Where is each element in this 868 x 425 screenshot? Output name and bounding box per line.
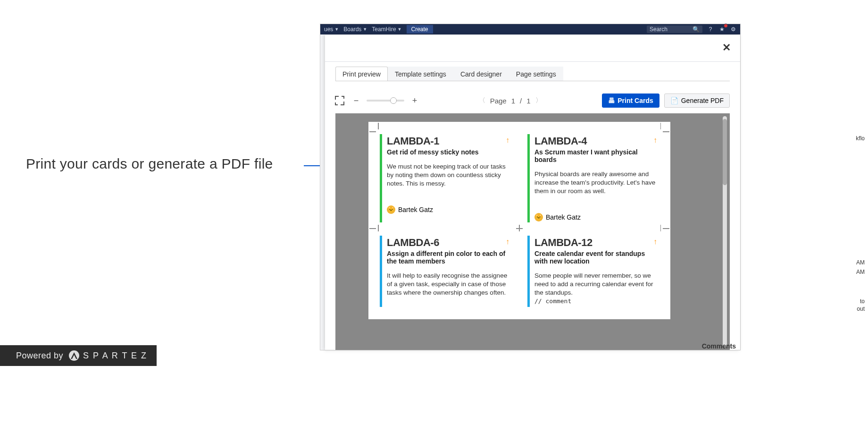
jira-topbar: ues▼ Boards▼ TeamHire▼ Create Search🔍 ? … (320, 24, 740, 34)
brand-name: S P A R T E Z (83, 351, 147, 361)
crop-mark-icon (370, 224, 380, 233)
priority-up-icon: ↑ (506, 238, 509, 246)
app-window: ues▼ Boards▼ TeamHire▼ Create Search🔍 ? … (320, 24, 741, 350)
crop-mark-icon (370, 124, 380, 133)
comments-heading: Comments (702, 342, 736, 350)
print-label: Print Cards (618, 97, 653, 104)
issue-key: LAMBDA-4 (534, 135, 659, 147)
assignee-name: Bartek Gatz (546, 213, 581, 221)
issue-card: ↑LAMBDA-12Create calendar event for stan… (527, 236, 659, 307)
assignee-name: Bartek Gatz (398, 206, 433, 213)
settings-icon[interactable]: ⚙ (730, 26, 736, 33)
scrollbar-thumb[interactable] (723, 119, 727, 185)
nav-item-teamhire[interactable]: TeamHire▼ (372, 26, 401, 33)
crop-mark-icon (515, 224, 524, 233)
crop-mark-icon (659, 224, 668, 233)
page-total: 1 (526, 97, 530, 105)
avatar-icon: 🐱 (387, 205, 395, 214)
issue-summary: Create calendar event for standups with … (534, 250, 659, 265)
page-sep: / (520, 97, 522, 105)
zoom-slider-thumb[interactable] (390, 97, 397, 104)
search-icon: 🔍 (693, 26, 700, 33)
issue-summary: Assign a different pin color to each of … (387, 250, 511, 265)
nav-label: ues (324, 26, 333, 33)
nav-label: TeamHire (372, 26, 396, 33)
print-cards-button[interactable]: 🖶 Print Cards (602, 94, 659, 108)
help-icon[interactable]: ? (707, 26, 714, 33)
assignee: 🐱Bartek Gatz (387, 205, 511, 214)
chevron-down-icon: ▼ (398, 27, 402, 32)
powered-by-footer: Powered by S P A R T E Z (0, 345, 157, 366)
issue-description: We must not be keeping track of our task… (387, 162, 511, 188)
assignee: 🐱Bartek Gatz (534, 213, 659, 221)
truncated-text: to (860, 298, 865, 305)
pager: 〈 Page 1 / 1 〉 (424, 96, 596, 105)
page-label: Page (490, 97, 507, 105)
tab-page-settings[interactable]: Page settings (509, 67, 563, 81)
issue-card: ↑LAMBDA-4As Scrum master I want physical… (527, 134, 659, 222)
create-button[interactable]: Create (407, 25, 433, 34)
nav-label: Boards (343, 26, 361, 33)
priority-up-icon: ↑ (653, 136, 657, 144)
marketing-caption: Print your cards or generate a PDF file (26, 156, 273, 172)
issue-key: LAMBDA-6 (387, 237, 511, 249)
issue-key: LAMBDA-12 (534, 237, 659, 249)
issue-summary: Get rid of messy sticky notes (387, 148, 511, 156)
issue-description: Some people will never remember, so we n… (534, 272, 659, 306)
truncated-text: AM (856, 269, 865, 275)
search-input[interactable]: Search🔍 (647, 26, 702, 33)
preview-sheet: ↑LAMBDA-1Get rid of messy sticky notesWe… (368, 122, 670, 319)
pdf-icon: 📄 (670, 97, 678, 104)
issue-card: ↑LAMBDA-6Assign a different pin color to… (380, 236, 511, 307)
code-snippet: // comment (534, 298, 571, 305)
zoom-in-button[interactable]: + (411, 96, 418, 106)
tab-template-settings[interactable]: Template settings (388, 67, 453, 81)
notification-badge (724, 24, 728, 28)
issue-description: Physical boards are really awesome and i… (534, 170, 659, 196)
tab-print-preview[interactable]: Print preview (335, 67, 388, 81)
priority-up-icon: ↑ (506, 136, 509, 144)
close-icon[interactable]: ✕ (722, 42, 731, 54)
priority-up-icon: ↑ (653, 238, 657, 246)
generate-pdf-button[interactable]: 📄 Generate PDF (664, 94, 730, 108)
chevron-down-icon: ▼ (363, 27, 367, 32)
tab-card-designer[interactable]: Card designer (453, 67, 509, 81)
avatar-icon: 🐱 (534, 213, 543, 221)
crop-mark-icon (659, 124, 668, 133)
nav-item-boards[interactable]: Boards▼ (343, 26, 367, 33)
pdf-label: Generate PDF (681, 97, 724, 104)
issue-description: It will help to easily recognise the ass… (387, 272, 511, 298)
zoom-out-button[interactable]: − (352, 96, 360, 106)
issue-key: LAMBDA-1 (387, 135, 511, 147)
printer-icon: 🖶 (608, 97, 615, 104)
notifications-icon[interactable]: ★ (718, 26, 725, 33)
nav-item-issues[interactable]: ues▼ (324, 26, 339, 33)
fullscreen-icon[interactable] (335, 96, 344, 105)
truncated-text: out (857, 306, 865, 312)
issue-card: ↑LAMBDA-1Get rid of messy sticky notesWe… (380, 134, 511, 222)
zoom-slider[interactable] (367, 100, 404, 102)
print-dialog: ✕ Print preview Template settings Card d… (325, 35, 740, 350)
dialog-tabs: Print preview Template settings Card des… (335, 67, 730, 81)
powered-by-label: Powered by (16, 351, 63, 361)
next-page-button[interactable]: 〉 (535, 96, 542, 105)
spartez-logo-icon (69, 350, 79, 361)
prev-page-button[interactable]: 〈 (479, 96, 485, 105)
truncated-text: kflo (856, 135, 865, 142)
search-placeholder: Search (650, 26, 668, 33)
truncated-text: AM (856, 259, 865, 266)
preview-area: ↑LAMBDA-1Get rid of messy sticky notesWe… (335, 113, 730, 350)
issue-summary: As Scrum master I want physical boards (534, 148, 659, 163)
chevron-down-icon: ▼ (334, 27, 339, 32)
page-current: 1 (511, 97, 515, 105)
preview-scrollbar[interactable] (723, 116, 727, 347)
preview-toolbar: − + 〈 Page 1 / 1 〉 🖶 Print Cards (335, 86, 730, 113)
callout-line (304, 165, 321, 166)
